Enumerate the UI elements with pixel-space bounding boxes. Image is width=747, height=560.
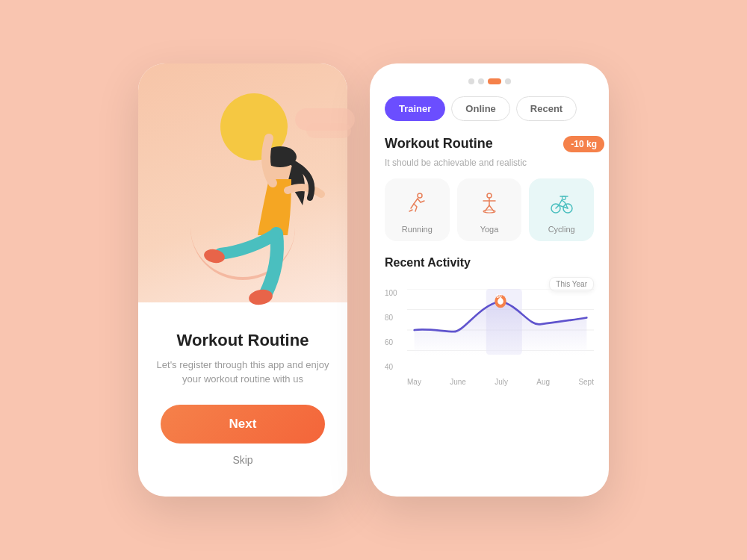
- y-label-40: 40: [385, 363, 397, 371]
- x-label-aug: Aug: [536, 378, 550, 386]
- workout-section-subtitle: It should be achievable and realistic: [385, 158, 594, 168]
- skip-link[interactable]: Skip: [232, 454, 252, 466]
- tab-online[interactable]: Online: [451, 96, 509, 121]
- svg-text:60: 60: [496, 293, 501, 300]
- x-label-may: May: [407, 378, 421, 386]
- yoga-figure-illustration: [131, 123, 355, 317]
- chart-area: This Year 100 80 60 40: [385, 277, 594, 482]
- svg-point-5: [487, 193, 492, 198]
- activity-card-cycling[interactable]: Cycling: [529, 178, 594, 241]
- running-label: Running: [402, 225, 433, 234]
- activity-card-yoga[interactable]: Yoga: [457, 178, 522, 241]
- tabs-row: Trainer Online Recent: [385, 96, 594, 121]
- chart-inner: 60: [407, 289, 594, 371]
- running-icon: [402, 189, 432, 219]
- y-label-100: 100: [385, 289, 397, 297]
- workout-section-title: Workout Routine: [385, 136, 493, 152]
- activity-card-running[interactable]: Running: [385, 178, 450, 241]
- chart-container: 100 80 60 40: [385, 289, 594, 386]
- x-axis-labels: May June July Aug Sept: [407, 378, 594, 386]
- dot-1: [468, 78, 474, 84]
- svg-point-4: [418, 193, 422, 198]
- left-phone-subtitle: Let's register through this app and enjo…: [156, 358, 329, 387]
- workout-header-row: Workout Routine -10 kg: [385, 136, 594, 152]
- right-phone: Trainer Online Recent Workout Routine -1…: [370, 63, 609, 497]
- y-label-60: 60: [385, 338, 397, 346]
- pagination-dots: [385, 78, 594, 84]
- left-phone: Workout Routine Let's register through t…: [138, 63, 347, 497]
- left-phone-title: Workout Routine: [177, 331, 309, 350]
- workout-section-header: Workout Routine -10 kg: [385, 136, 594, 155]
- dot-2: [478, 78, 484, 84]
- recent-activity-title: Recent Activity: [385, 256, 594, 270]
- left-phone-hero: [138, 63, 347, 302]
- dot-4: [505, 78, 511, 84]
- weight-loss-badge: -10 kg: [563, 136, 604, 152]
- activity-cards-row: Running Yoga: [385, 178, 594, 241]
- cycling-icon: [547, 189, 577, 219]
- yoga-label: Yoga: [480, 225, 499, 234]
- next-button[interactable]: Next: [161, 405, 325, 444]
- app-container: Workout Routine Let's register through t…: [138, 63, 609, 497]
- y-label-80: 80: [385, 314, 397, 322]
- left-phone-content: Workout Routine Let's register through t…: [138, 302, 347, 497]
- x-label-june: June: [450, 378, 466, 386]
- tab-recent[interactable]: Recent: [516, 96, 577, 121]
- dot-3-active: [488, 78, 501, 84]
- cycling-label: Cycling: [548, 225, 575, 234]
- x-label-sept: Sept: [578, 378, 594, 386]
- y-axis-labels: 100 80 60 40: [385, 289, 397, 371]
- x-label-july: July: [495, 378, 508, 386]
- yoga-icon: [474, 189, 504, 219]
- tab-trainer[interactable]: Trainer: [385, 96, 445, 121]
